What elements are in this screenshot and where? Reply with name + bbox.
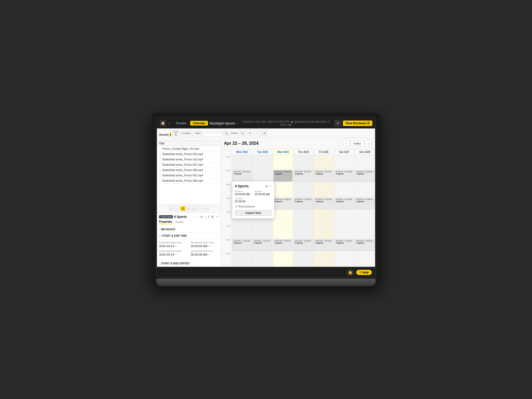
- time-slot-2am: 2am: [221, 155, 232, 169]
- event-sat-3am[interactable]: 03:00:00 - 05:28:48 4 Sports: [335, 170, 354, 182]
- cell-mon-7am: [232, 224, 252, 238]
- notification-button[interactable]: 🔔: [347, 269, 354, 276]
- event-sat-8am[interactable]: 08:00:00 - 10:28:48 4 Sports: [335, 239, 354, 251]
- popup-expand-button[interactable]: ⤢: [269, 184, 272, 188]
- cell-sun-6am: [355, 210, 375, 224]
- start-date-edit-icon[interactable]: ✏: [175, 245, 177, 247]
- event-sun-8am[interactable]: 08:00:00 - 10:28:48 4 Sports: [355, 239, 375, 251]
- day-header-mon: Mon 4/22: [232, 149, 252, 155]
- start-end-offset-collapse[interactable]: › START & END OFFSET: [159, 260, 218, 267]
- cell-thu-4am: [293, 183, 314, 197]
- pagination-prev[interactable]: ‹: [175, 206, 180, 211]
- tab-timeline[interactable]: Timeline: [173, 121, 189, 126]
- track-action-download[interactable]: ↓: [197, 215, 199, 219]
- track-action-expand[interactable]: ↗: [216, 215, 218, 219]
- event-fri-3am[interactable]: 03:00:00 - 05:28:48 4 Sports: [314, 170, 333, 182]
- duration-filter-button[interactable]: Duration ↓: [180, 131, 192, 138]
- time-slot-7am: 7am: [221, 224, 232, 238]
- pagination-last[interactable]: »: [204, 206, 209, 211]
- calendar-header: Apr 22 – 28, 2024 ‹ today ›: [221, 138, 375, 149]
- track-action-info[interactable]: ℹ: [208, 215, 209, 219]
- track-action-delete[interactable]: 🗑: [211, 215, 214, 219]
- end-time-edit-icon[interactable]: ✏: [208, 253, 210, 256]
- event-sat-5am[interactable]: 05:30:00 - 07:58:48 4 Sports: [335, 198, 354, 209]
- day-col-sun: 03:00:00 - 05:28:48 4 Sports 05:30:00 - …: [355, 155, 375, 267]
- end-date-edit-icon[interactable]: ✏: [175, 253, 177, 256]
- track-action-add[interactable]: ⊕: [200, 215, 203, 219]
- list-item[interactable]: ⠿ Basketball series_Promo 001.mp4: [157, 173, 221, 178]
- cell-mon-2am: [232, 155, 252, 169]
- project-edit-icon[interactable]: ✏: [236, 122, 238, 125]
- video-filter-button[interactable]: Video ↓: [193, 131, 202, 138]
- list-item[interactable]: ⠿ Basketball series_Promo 010.mp4: [157, 157, 221, 162]
- event-wed-8am[interactable]: 08:00:00 - 10:28:48 4 Sports: [273, 239, 293, 251]
- pagination-page-1[interactable]: 1: [181, 206, 185, 211]
- tab-properties[interactable]: Properties: [159, 220, 172, 224]
- scheduled-end-date-field: Scheduled End Date 2024-04-24 ✏: [159, 250, 187, 256]
- help-button[interactable]: ? Help: [356, 270, 372, 275]
- track-action-link[interactable]: →: [192, 215, 196, 219]
- home-button[interactable]: 🏠: [160, 120, 166, 126]
- history-button[interactable]: ↺: [334, 120, 341, 127]
- cell-fri-8am: 08:00:00 - 10:28:48 4 Sports: [314, 238, 334, 252]
- popup-delete-button[interactable]: 🗑: [265, 184, 268, 188]
- tab-assets[interactable]: Assets: [175, 220, 183, 224]
- tab-calendar[interactable]: Calendar: [190, 121, 208, 126]
- list-item[interactable]: ⠿ Basketball series_Promo 006.mp4: [157, 168, 221, 173]
- cell-mon-8am: 08:00:00 - 10:28:48 4 Sports: [232, 238, 252, 252]
- event-sun-3am[interactable]: 03:00:00 - 05:28:48 4 Sports: [355, 170, 375, 182]
- popup-reoccurrence[interactable]: ↺ Reoccurrence: [235, 205, 272, 208]
- event-fri-8am[interactable]: 08:00:00 - 10:28:48 4 Sports: [314, 239, 333, 251]
- cell-sun-9am: [355, 252, 375, 266]
- cell-fri-6am: [314, 210, 334, 224]
- cell-fri-2am: [314, 155, 334, 169]
- sort-by-button[interactable]: Sort By ↓: [172, 130, 180, 139]
- bottom-bar: 🔔 ? Help: [157, 267, 375, 278]
- zoom-search-button[interactable]: 🔍: [223, 130, 229, 136]
- calendar-prev-button[interactable]: ‹: [343, 140, 350, 147]
- event-wed-5am[interactable]: 05:30:00 - 07:58:48 4 Sports: [273, 198, 293, 209]
- refresh-button[interactable]: ⇄: [262, 130, 268, 136]
- nav-tabs: Timeline Calendar: [173, 121, 208, 126]
- brightness-button[interactable]: ☀: [247, 130, 253, 136]
- pagination-first[interactable]: «: [169, 206, 174, 211]
- pagination-next[interactable]: ›: [198, 206, 203, 211]
- popup-inspect-button[interactable]: Inspect Item: [235, 210, 272, 216]
- metadata-collapse[interactable]: › METADATA: [159, 226, 218, 233]
- asset-name: Basketball series_Promo 001.mp4: [163, 174, 203, 177]
- day-header-fri: Fri 4/26: [314, 149, 334, 155]
- event-thu-5am[interactable]: 05:30:00 - 07:58:48 4 Sports: [294, 198, 313, 209]
- cell-fri-7am: [314, 224, 334, 238]
- event-thu-8am[interactable]: 08:00:00 - 10:28:48 4 Sports: [294, 239, 313, 251]
- zoom-in-button[interactable]: 🔍: [239, 130, 245, 136]
- drag-icon: ⠿: [159, 158, 161, 161]
- pagination-page-2[interactable]: 2: [186, 206, 191, 211]
- list-item[interactable]: ⠿ Basketball series_Promo 003.mp4: [157, 152, 221, 157]
- add-asset-button[interactable]: +: [170, 132, 171, 137]
- today-button[interactable]: today: [351, 141, 364, 146]
- start-time-edit-icon[interactable]: ✏: [208, 245, 210, 247]
- time-slot-3am: 3am: [221, 169, 232, 183]
- export-button[interactable]: →: [254, 130, 260, 136]
- event-tue-8am[interactable]: 08:00:00 - 10:28:48 4 Sports: [253, 239, 272, 251]
- event-wed-3am[interactable]: 03:00:00 - 05:28:48 4 Sports: [273, 170, 293, 182]
- list-item[interactable]: ⠿ Promo_Sunday Night_VO.mp4: [157, 146, 221, 152]
- day-col-thu: 03:00:00 - 05:28:48 4 Sports 05:30:00 - …: [293, 155, 314, 267]
- list-item[interactable]: ⠿ Basketball series_Promo 007.mp4: [157, 162, 221, 168]
- event-mon-8am[interactable]: 08:00:00 - 10:28:48 4 Sports: [232, 239, 252, 251]
- event-mon-3am[interactable]: 03:00:00 - 05:28:48 4 Sports: [232, 170, 252, 182]
- cell-thu-8am: 08:00:00 - 10:28:48 4 Sports: [293, 238, 314, 252]
- start-end-time-collapse[interactable]: ∨ START & END TIME: [159, 233, 218, 239]
- event-fri-5am[interactable]: 05:30:00 - 07:58:48 4 Sports: [314, 198, 333, 209]
- event-thu-3am[interactable]: 03:00:00 - 05:28:48 4 Sports: [294, 170, 313, 182]
- view-rundown-button[interactable]: View Rundown ☰: [343, 120, 372, 126]
- pagination-page-3[interactable]: 3: [192, 206, 197, 211]
- cell-tue-8am: 08:00:00 - 10:28:48 4 Sports: [252, 238, 273, 252]
- calendar-next-button[interactable]: ›: [365, 140, 372, 147]
- cell-sun-4am: [355, 183, 375, 197]
- back-button[interactable]: ←: [168, 121, 171, 125]
- track-action-circle[interactable]: ○: [205, 215, 206, 219]
- event-sun-5am[interactable]: 05:30:00 - 07:58:48 4 Sports: [355, 198, 375, 209]
- list-item[interactable]: ⠿ Basketball series_Promo 008.mp4: [157, 178, 221, 184]
- offset-section: › START & END OFFSET: [157, 260, 221, 267]
